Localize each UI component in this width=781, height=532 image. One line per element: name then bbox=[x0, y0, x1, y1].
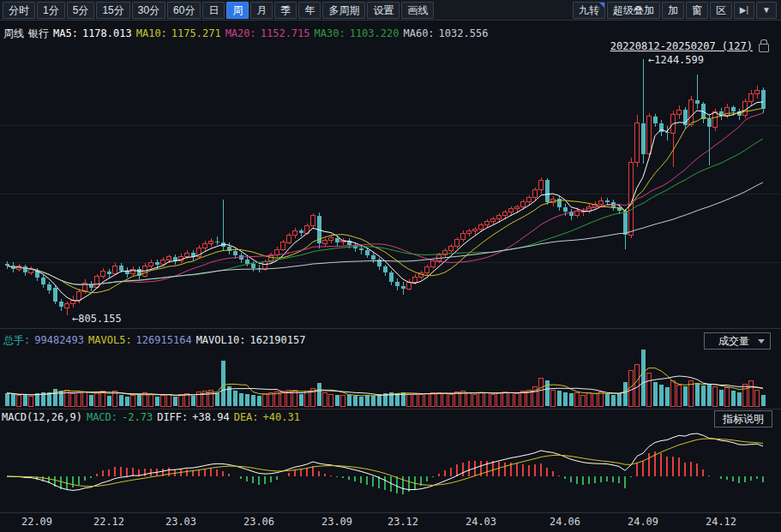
x-tick-label: 23.03 bbox=[165, 516, 196, 528]
period-tab-30分[interactable]: 30分 bbox=[132, 2, 165, 19]
x-tick-label: 24.12 bbox=[706, 516, 736, 528]
high-annotation: ←1244.599 bbox=[648, 54, 704, 66]
low-annotation: ←805.155 bbox=[72, 313, 122, 325]
price-header-label: MA30: bbox=[315, 27, 345, 39]
price-header-label: MA10: bbox=[136, 27, 167, 39]
period-tab-分时[interactable]: 分时 bbox=[3, 2, 35, 19]
tool-button-加[interactable]: 加 bbox=[662, 2, 684, 19]
period-tab-季[interactable]: 季 bbox=[274, 2, 297, 19]
x-tick-label: 24.06 bbox=[550, 516, 580, 528]
volume-indicator-selector[interactable]: 成交量 bbox=[704, 332, 771, 350]
x-tick-label: 24.09 bbox=[628, 516, 658, 528]
volume-header-label: MAVOL10: bbox=[196, 334, 246, 346]
period-tab-画线[interactable]: 画线 bbox=[401, 2, 434, 19]
period-tab-60分[interactable]: 60分 bbox=[167, 2, 201, 19]
indicator-help-button[interactable]: 指标说明 bbox=[714, 410, 772, 427]
price-header-value: 1175.271 bbox=[171, 27, 221, 39]
volume-header-value: 126915164 bbox=[136, 334, 192, 346]
volume-pane bbox=[5, 350, 766, 406]
x-tick-label: 22.12 bbox=[93, 516, 124, 528]
x-tick-label: 22.09 bbox=[21, 516, 52, 528]
price-header-label: 银行 bbox=[28, 27, 49, 39]
price-header-label: MA5: bbox=[53, 27, 78, 39]
period-tab-日[interactable]: 日 bbox=[202, 2, 225, 19]
price-header-value: 1103.220 bbox=[350, 27, 400, 39]
tool-button-区[interactable]: 区 bbox=[710, 2, 732, 19]
volume-header-value: 99482493 bbox=[34, 334, 84, 346]
chart-canvas[interactable]: ←1244.599←805.155 bbox=[0, 0, 781, 532]
period-toolbar: 分时1分5分15分30分60分日周月季年多周期设置画线 bbox=[3, 1, 436, 20]
macd-header-label: DIFF: bbox=[157, 411, 188, 423]
macd-header-value: +38.94 bbox=[192, 411, 229, 423]
range-text[interactable]: 20220812-20250207 (127) bbox=[610, 40, 753, 52]
period-tab-月[interactable]: 月 bbox=[250, 2, 273, 19]
price-header-value: 1152.715 bbox=[261, 27, 310, 39]
macd-header-label: MACD: bbox=[87, 411, 117, 423]
price-header-value: 1178.013 bbox=[82, 27, 132, 39]
stock-chart-app: ←1244.599←805.155 分时1分5分15分30分60分日周月季年多周… bbox=[0, 0, 781, 532]
x-tick-label: 23.06 bbox=[243, 516, 274, 528]
macd-pane-header: MACD(12,26,9)MACD:-2.73DIFF:+38.94DEA:+4… bbox=[2, 411, 304, 423]
price-pane bbox=[5, 59, 766, 314]
period-tab-年[interactable]: 年 bbox=[298, 2, 321, 19]
macd-header-value: +40.31 bbox=[263, 411, 300, 423]
macd-header-value: -2.73 bbox=[122, 411, 153, 423]
price-pane-header: 周线银行MA5:1178.013MA10:1175.271MA20:1152.7… bbox=[3, 27, 492, 41]
overlay-toolbar: 九转超级叠加加窗区▶|▼ bbox=[573, 1, 778, 20]
visible-range-label[interactable]: 20220812-20250207 (127) bbox=[610, 40, 769, 52]
macd-header-label: DEA: bbox=[234, 411, 259, 423]
period-tab-多周期[interactable]: 多周期 bbox=[322, 2, 365, 19]
tool-button-九转[interactable]: 九转 bbox=[573, 2, 605, 19]
price-header-label: MA60: bbox=[403, 27, 434, 39]
period-tab-周[interactable]: 周 bbox=[226, 2, 249, 19]
macd-header-label: MACD(12,26,9) bbox=[2, 411, 82, 423]
x-tick-label: 23.09 bbox=[321, 516, 352, 528]
toolbar-dropdown-icon[interactable]: ▼ bbox=[756, 2, 777, 19]
volume-header-value: 162190157 bbox=[249, 334, 305, 346]
volume-selector-label: 成交量 bbox=[718, 335, 749, 347]
top-toolbar: 分时1分5分15分30分60分日周月季年多周期设置画线 九转超级叠加加窗区▶|▼ bbox=[0, 0, 781, 21]
lock-icon[interactable] bbox=[759, 44, 769, 52]
x-tick-label: 23.12 bbox=[387, 516, 418, 528]
x-tick-label: 24.03 bbox=[466, 516, 496, 528]
period-tab-设置[interactable]: 设置 bbox=[367, 2, 400, 19]
volume-dropdown-icon bbox=[758, 339, 765, 344]
period-tab-5分[interactable]: 5分 bbox=[67, 2, 95, 19]
price-header-value: 1032.556 bbox=[439, 27, 489, 39]
price-header-label: 周线 bbox=[3, 27, 24, 39]
volume-pane-header: 总手:99482493MAVOL5:126915164MAVOL10:16219… bbox=[3, 333, 309, 348]
period-tab-1分[interactable]: 1分 bbox=[37, 2, 65, 19]
tool-button-窗[interactable]: 窗 bbox=[686, 2, 708, 19]
jump-to-latest-icon[interactable]: ▶| bbox=[734, 2, 754, 19]
tool-button-超级叠加[interactable]: 超级叠加 bbox=[607, 2, 660, 19]
volume-header-label: MAVOL5: bbox=[88, 334, 132, 346]
price-header-label: MA20: bbox=[225, 27, 256, 39]
period-tab-15分[interactable]: 15分 bbox=[96, 2, 129, 19]
volume-header-label: 总手: bbox=[3, 334, 30, 346]
